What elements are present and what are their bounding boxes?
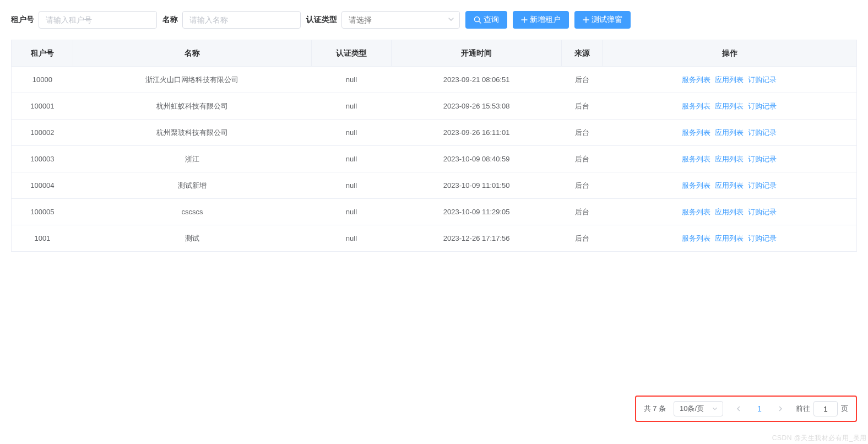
tenant-input[interactable] [39, 11, 157, 29]
cell-action: 服务列表应用列表订购记录 [603, 120, 857, 146]
cell-tenant: 100003 [12, 146, 73, 172]
app-list-link[interactable]: 应用列表 [715, 128, 744, 137]
order-record-link[interactable]: 订购记录 [748, 128, 777, 137]
auth-select[interactable] [341, 11, 460, 29]
cell-open-time: 2023-10-09 08:40:59 [392, 146, 562, 172]
app-list-link[interactable]: 应用列表 [715, 75, 744, 84]
col-open-time: 开通时间 [392, 40, 562, 67]
page-prev-button[interactable] [731, 401, 746, 416]
order-record-link[interactable]: 订购记录 [748, 208, 777, 216]
test-button-label: 测试弹窗 [592, 15, 622, 25]
table-row: 1001测试null2023-12-26 17:17:56后台服务列表应用列表订… [12, 225, 857, 252]
cell-auth: null [311, 172, 392, 199]
cell-tenant: 10000 [12, 67, 73, 93]
cell-open-time: 2023-12-26 17:17:56 [392, 225, 562, 252]
filter-bar: 租户号 名称 认证类型 查询 新增租户 [11, 11, 857, 29]
plus-icon [521, 17, 528, 23]
service-list-link[interactable]: 服务列表 [682, 208, 710, 216]
cell-name: 杭州聚玻科技有限公司 [73, 120, 311, 146]
search-button[interactable]: 查询 [465, 11, 507, 29]
cell-source: 后台 [562, 120, 603, 146]
goto-prefix: 前往 [796, 404, 810, 414]
filter-name: 名称 [162, 11, 301, 29]
cell-name: 浙江 [73, 146, 311, 172]
search-button-label: 查询 [484, 15, 499, 25]
cell-source: 后台 [562, 93, 603, 120]
cell-source: 后台 [562, 199, 603, 225]
cell-source: 后台 [562, 146, 603, 172]
cell-action: 服务列表应用列表订购记录 [603, 199, 857, 225]
search-icon [474, 16, 481, 24]
table-row: 100005cscscsnull2023-10-09 11:29:05后台服务列… [12, 199, 857, 225]
cell-action: 服务列表应用列表订购记录 [603, 172, 857, 199]
service-list-link[interactable]: 服务列表 [682, 234, 710, 242]
col-action: 操作 [603, 40, 857, 67]
table-row: 100002杭州聚玻科技有限公司null2023-09-26 16:11:01后… [12, 120, 857, 146]
service-list-link[interactable]: 服务列表 [682, 128, 710, 137]
name-input[interactable] [182, 11, 301, 29]
cell-action: 服务列表应用列表订购记录 [603, 146, 857, 172]
test-button[interactable]: 测试弹窗 [574, 11, 631, 29]
table-row: 100001杭州虹蚁科技有限公司null2023-09-26 15:53:08后… [12, 93, 857, 120]
cell-open-time: 2023-09-26 16:11:01 [392, 120, 562, 146]
app-list-link[interactable]: 应用列表 [715, 181, 744, 189]
table-row: 10000浙江火山口网络科技有限公司null2023-09-21 08:06:5… [12, 67, 857, 93]
cell-auth: null [311, 225, 392, 252]
cell-auth: null [311, 67, 392, 93]
cell-action: 服务列表应用列表订购记录 [603, 93, 857, 120]
filter-tenant: 租户号 [11, 11, 157, 29]
add-button-label: 新增租户 [530, 15, 561, 25]
page-number[interactable]: 1 [752, 404, 767, 413]
pagination: 共 7 条 1 前往 页 [635, 396, 857, 422]
order-record-link[interactable]: 订购记录 [748, 181, 777, 189]
order-record-link[interactable]: 订购记录 [748, 155, 777, 163]
cell-name: cscscs [73, 199, 311, 225]
cell-name: 杭州虹蚁科技有限公司 [73, 93, 311, 120]
cell-name: 测试新增 [73, 172, 311, 199]
cell-name: 浙江火山口网络科技有限公司 [73, 67, 311, 93]
table-row: 100003浙江null2023-10-09 08:40:59后台服务列表应用列… [12, 146, 857, 172]
cell-tenant: 100004 [12, 172, 73, 199]
cell-tenant: 100002 [12, 120, 73, 146]
tenant-label: 租户号 [11, 15, 34, 25]
order-record-link[interactable]: 订购记录 [748, 75, 777, 84]
filter-auth: 认证类型 [306, 11, 460, 29]
cell-action: 服务列表应用列表订购记录 [603, 67, 857, 93]
col-name: 名称 [73, 40, 311, 67]
service-list-link[interactable]: 服务列表 [682, 181, 710, 189]
service-list-link[interactable]: 服务列表 [682, 75, 710, 84]
cell-open-time: 2023-09-21 08:06:51 [392, 67, 562, 93]
cell-open-time: 2023-09-26 15:53:08 [392, 93, 562, 120]
app-list-link[interactable]: 应用列表 [715, 208, 744, 216]
app-list-link[interactable]: 应用列表 [715, 155, 744, 163]
table-row: 100004测试新增null2023-10-09 11:01:50后台服务列表应… [12, 172, 857, 199]
cell-auth: null [311, 146, 392, 172]
col-auth: 认证类型 [311, 40, 392, 67]
cell-auth: null [311, 93, 392, 120]
page-nav: 1 [731, 401, 788, 416]
cell-name: 测试 [73, 225, 311, 252]
watermark: CSDN @天生我材必有用_吴用 [772, 434, 867, 443]
app-list-link[interactable]: 应用列表 [715, 234, 744, 242]
goto-input[interactable] [813, 401, 838, 416]
goto-suffix: 页 [841, 404, 848, 414]
app-list-link[interactable]: 应用列表 [715, 102, 744, 110]
cell-tenant: 1001 [12, 225, 73, 252]
order-record-link[interactable]: 订购记录 [748, 102, 777, 110]
plus-icon [583, 17, 589, 23]
cell-open-time: 2023-10-09 11:01:50 [392, 172, 562, 199]
name-label: 名称 [162, 15, 178, 25]
page-total: 共 7 条 [644, 404, 666, 414]
cell-tenant: 100001 [12, 93, 73, 120]
cell-auth: null [311, 199, 392, 225]
service-list-link[interactable]: 服务列表 [682, 155, 710, 163]
page-size-select[interactable] [674, 401, 723, 416]
cell-open-time: 2023-10-09 11:29:05 [392, 199, 562, 225]
service-list-link[interactable]: 服务列表 [682, 102, 710, 110]
add-button[interactable]: 新增租户 [513, 11, 569, 29]
order-record-link[interactable]: 订购记录 [748, 234, 777, 242]
cell-source: 后台 [562, 172, 603, 199]
col-source: 来源 [562, 40, 603, 67]
page-next-button[interactable] [773, 401, 788, 416]
col-tenant: 租户号 [12, 40, 73, 67]
